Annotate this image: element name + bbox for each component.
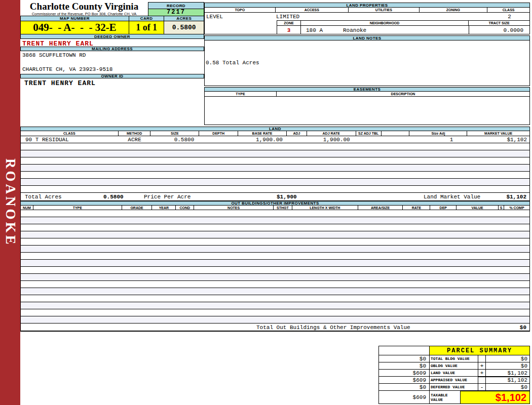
card-value: 1 of 1 xyxy=(129,21,165,34)
land-size-adj-value: 1 xyxy=(409,137,467,143)
ob-dep-header: DEP xyxy=(430,206,457,210)
land-totals-row: Total Acres 0.5800 Price Per Acre $1,900… xyxy=(20,193,530,201)
out-buildings-total-value: $0 xyxy=(520,325,526,331)
out-buildings-total-label: Total Out Buildings & Other Improvements… xyxy=(256,325,410,331)
row-value: $0 xyxy=(486,355,529,362)
land-table-headers: CLASS METHOD SIZE DEPTH BASE RATE ADJ AD… xyxy=(20,131,530,136)
land-size-adj-header: Size Adj xyxy=(409,131,467,136)
zoning-header: ZONING xyxy=(420,8,488,12)
prior-value: $0 xyxy=(379,362,430,369)
row-label: DEFERRED VALUE xyxy=(430,383,478,390)
deeded-owner-name: TRENT HENRY EARL xyxy=(20,39,204,47)
ob-cond-header: COND xyxy=(176,206,194,210)
acres-label: ACRES xyxy=(164,16,204,21)
parcel-summary-header-row: PARCEL SUMMARY xyxy=(379,346,529,355)
ob-length-width-header: LENGTH X WIDTH xyxy=(292,206,358,210)
empty-row xyxy=(20,231,530,238)
empty-row xyxy=(20,246,530,253)
land-size-value: 0.5800 xyxy=(150,137,199,143)
address-line-2: CHARLOTTE CH, VA 23923-9518 xyxy=(22,66,112,72)
empty-row xyxy=(20,281,530,288)
land-note-text: 0.58 Total Acres xyxy=(206,60,259,66)
row-operator xyxy=(478,355,486,362)
ob-grade-header: GRADE xyxy=(122,206,153,210)
row-operator: + xyxy=(478,362,486,369)
out-buildings-headers: NUM TYPE GRADE YEAR COND NOTES STHGT LEN… xyxy=(20,206,530,210)
summary-row-obldg: $0 OBLDG VALUE + $0 xyxy=(379,362,529,369)
empty-row xyxy=(20,309,530,316)
prior-value: $609 xyxy=(379,369,430,376)
topo-value: LEVEL xyxy=(206,14,223,20)
ob-sthgt-header: STHGT xyxy=(274,206,292,210)
land-properties-headers: TOPO ACCESS UTILITIES ZONING CLASS xyxy=(204,8,530,13)
ob-pct-comp-header: % COMP xyxy=(504,206,529,210)
out-buildings-label: OUT BUILDINGS/OTHER IMPROVEMENTS xyxy=(20,201,530,206)
neighborhood-value: 180 A Roanoke xyxy=(301,27,469,33)
empty-row xyxy=(20,143,530,150)
summary-row-deferred: $0 DEFERRED VALUE - $0 xyxy=(379,383,529,390)
land-adj-header: ADJ xyxy=(287,131,307,136)
empty-row xyxy=(20,179,530,186)
land-section: LAND CLASS METHOD SIZE DEPTH BASE RATE A… xyxy=(20,127,530,201)
land-base-rate-value: 1,900.00 xyxy=(238,137,287,143)
land-section-label: LAND xyxy=(20,127,530,131)
class-header: CLASS xyxy=(487,8,529,12)
land-blank-header xyxy=(382,131,410,136)
total-acres-label: Total Acres xyxy=(25,194,62,200)
land-table-row: 90 T RESIDUAL ACRE 0.5800 1,900.00 1,900… xyxy=(20,136,530,143)
easements-body xyxy=(204,97,530,125)
row-operator: - xyxy=(478,383,486,390)
row-label: TOTAL BLDG VALUE xyxy=(430,355,478,362)
empty-row xyxy=(20,267,530,274)
map-number-value: 049- - A- - - 32-E xyxy=(21,21,129,34)
mailing-address: 3868 SCUFFLETOWN RD CHARLOTTE CH, VA 239… xyxy=(20,51,204,74)
summary-row-land: $609 LAND VALUE + $1,102 xyxy=(379,369,529,376)
empty-row xyxy=(20,260,530,267)
ob-notes-header: NOTES xyxy=(194,206,274,210)
access-header: ACCESS xyxy=(276,8,349,12)
record-box: RECORD 7217 xyxy=(148,2,204,16)
taxable-value: $1,102 xyxy=(461,390,529,403)
empty-row xyxy=(20,302,530,309)
land-market-value-total: $1,102 xyxy=(506,194,526,200)
ob-rate-header: RATE xyxy=(403,206,430,210)
map-card-acres-table: MAP NUMBER CARD ACRES 049- - A- - - 32-E… xyxy=(20,16,204,34)
empty-row xyxy=(20,157,530,165)
land-size-header: SIZE xyxy=(150,131,199,136)
prior-value: $0 xyxy=(379,383,430,390)
ob-num-header: NUM xyxy=(21,206,33,210)
address-line-1: 3868 SCUFFLETOWN RD xyxy=(22,52,204,58)
row-value: $0 xyxy=(486,383,529,390)
summary-row-appraised: $609 APPRAISED VALUE $1,102 xyxy=(379,376,529,383)
empty-row xyxy=(20,150,530,157)
land-market-value: $1,102 xyxy=(467,137,529,143)
land-base-rate-header: BASE RATE xyxy=(238,131,287,136)
price-per-acre-label: Price Per Acre xyxy=(144,194,191,200)
neighborhood-name: Roanoke xyxy=(343,27,366,33)
easements-section: EASEMENTS TYPE DESCRIPTION xyxy=(204,87,530,125)
row-label: OBLDG VALUE xyxy=(430,362,478,369)
empty-row xyxy=(20,253,530,260)
row-label: APPRAISED VALUE xyxy=(430,376,478,383)
land-class-header: CLASS xyxy=(21,131,119,136)
land-notes-body: 0.58 Total Acres xyxy=(204,40,530,86)
neighborhood-header: NEIGHBORHOOD xyxy=(301,21,469,25)
row-value: $0 xyxy=(486,362,529,369)
land-notes-section: LAND NOTES 0.58 Total Acres xyxy=(204,35,530,86)
parcel-summary-prior-blank xyxy=(379,346,430,355)
easements-label: EASEMENTS xyxy=(204,87,530,92)
parcel-summary: PARCEL SUMMARY $0 TOTAL BLDG VALUE $0 $0… xyxy=(378,346,530,404)
card-label: CARD xyxy=(129,16,165,21)
ob-year-header: YEAR xyxy=(152,206,176,210)
property-record-card: ROANOKE Charlotte County Virginia Commis… xyxy=(0,0,532,405)
county-title: Charlotte County Virginia xyxy=(20,2,148,12)
record-value: 7217 xyxy=(148,9,204,16)
land-adj-rate-value: 1,900.00 xyxy=(307,137,356,143)
parcel-summary-title: PARCEL SUMMARY xyxy=(430,346,529,355)
utilities-header: UTILITIES xyxy=(349,8,420,12)
land-market-value-header: MARKET VALUE xyxy=(467,131,529,136)
row-value: $1,102 xyxy=(486,376,529,383)
taxable-prior-value: $609 xyxy=(379,390,430,403)
land-properties-label: LAND PROPERTIES xyxy=(204,3,530,8)
land-properties-values: LEVEL LIMITED 2 ZONE NEIGHBORHOOD TRACT … xyxy=(204,13,530,34)
